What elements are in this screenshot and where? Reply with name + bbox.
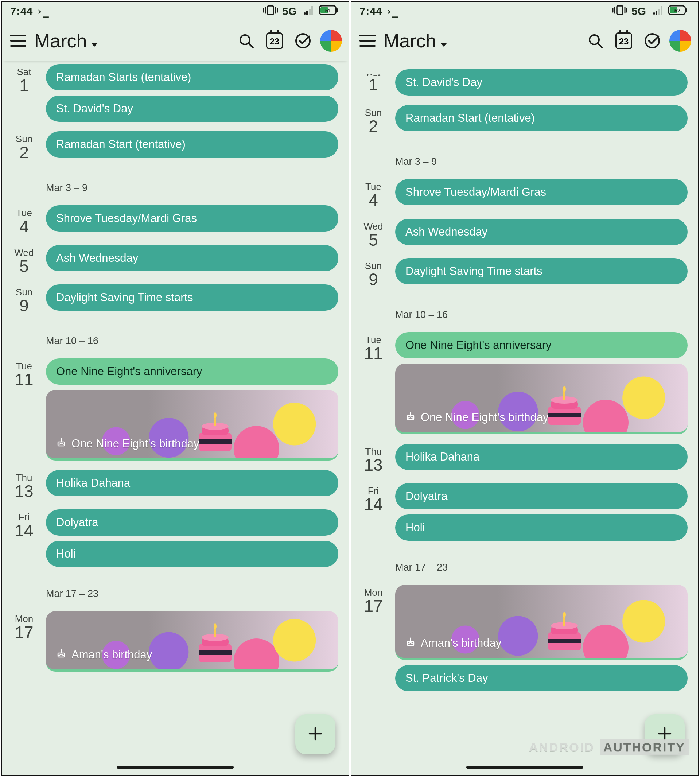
event-chip[interactable]: Ramadan Start (tentative) xyxy=(46,131,338,157)
search-icon[interactable] xyxy=(232,33,260,49)
app-bar: March 23 xyxy=(352,20,698,61)
status-bar: 7:44 ›_ 5G 52 xyxy=(352,2,698,20)
event-chip[interactable]: St. David's Day xyxy=(395,69,688,95)
event-chip[interactable]: Dolyatra xyxy=(395,483,688,509)
day-label[interactable]: Mon17 xyxy=(352,585,395,677)
event-chip[interactable]: One Nine Eight's birthday xyxy=(46,390,338,460)
day-row: Sun9Daylight Saving Time starts xyxy=(2,284,348,314)
event-chip[interactable]: Shrove Tuesday/Mardi Gras xyxy=(395,179,688,205)
schedule-list[interactable]: Sat1St. David's DaySun2Ramadan Start (te… xyxy=(352,61,698,677)
day-label[interactable]: Sun9 xyxy=(2,284,46,314)
cake-icon xyxy=(56,648,67,662)
schedule-list[interactable]: Sat1Ramadan Starts (tentative)St. David'… xyxy=(2,61,348,672)
cake-icon xyxy=(56,437,67,450)
cake-icon xyxy=(405,411,416,424)
search-icon[interactable] xyxy=(581,33,610,49)
day-label[interactable]: Sun2 xyxy=(2,131,46,161)
svg-rect-40 xyxy=(617,6,623,15)
status-network: 5G xyxy=(282,5,297,17)
event-chip[interactable]: Ash Wednesday xyxy=(46,245,338,271)
day-label[interactable]: Sat1 xyxy=(352,69,395,95)
day-row: Tue11One Nine Eight's anniversaryOne Nin… xyxy=(352,332,698,434)
event-chip[interactable]: One Nine Eight's anniversary xyxy=(395,332,688,358)
svg-rect-30 xyxy=(199,650,232,655)
event-chip[interactable]: Holika Dahana xyxy=(395,444,688,470)
phone-screenshot: 7:44 ›_ 5G 51 March 23 Sat1Ramadan Start… xyxy=(2,2,349,775)
today-button[interactable]: 23 xyxy=(260,32,289,49)
week-header: Mar 10 – 16 xyxy=(46,327,338,349)
svg-point-8 xyxy=(304,12,306,15)
day-label[interactable]: Thu13 xyxy=(2,470,46,500)
day-label[interactable]: Sat1 xyxy=(2,64,46,122)
day-row: Sun2Ramadan Start (tentative) xyxy=(352,105,698,135)
svg-point-57 xyxy=(590,35,599,45)
event-chip[interactable]: Ramadan Start (tentative) xyxy=(395,105,688,131)
event-chip[interactable]: Aman's birthday xyxy=(46,611,338,672)
day-label[interactable]: Tue4 xyxy=(352,179,395,209)
day-label[interactable]: Fri14 xyxy=(352,483,395,541)
event-chip[interactable]: Aman's birthday xyxy=(395,585,688,660)
svg-point-17 xyxy=(240,35,250,45)
account-avatar[interactable] xyxy=(669,30,691,52)
svg-point-65 xyxy=(563,386,566,392)
event-chip[interactable]: Ramadan Starts (tentative) xyxy=(46,64,338,90)
phone-screenshot: 7:44 ›_ 5G 52 March 23 Sat1St. David's D… xyxy=(351,2,698,775)
event-chip[interactable]: Holi xyxy=(395,515,688,541)
day-label[interactable]: Thu13 xyxy=(352,444,395,474)
day-label[interactable]: Tue11 xyxy=(2,358,46,460)
svg-point-37 xyxy=(60,649,62,650)
tasks-icon[interactable] xyxy=(289,32,317,50)
create-event-fab[interactable] xyxy=(295,714,335,754)
month-dropdown[interactable]: March xyxy=(383,30,448,52)
month-dropdown[interactable]: March xyxy=(34,30,98,52)
svg-rect-50 xyxy=(686,8,687,12)
day-label[interactable]: Sun2 xyxy=(352,105,395,135)
event-chip[interactable]: Shrove Tuesday/Mardi Gras xyxy=(46,205,338,232)
svg-rect-21 xyxy=(199,439,232,444)
day-row: Tue11One Nine Eight's anniversaryOne Nin… xyxy=(2,358,348,460)
day-label[interactable]: Wed5 xyxy=(352,219,395,248)
svg-rect-0 xyxy=(268,6,273,15)
vibrate-icon xyxy=(263,4,278,18)
app-bar: March 23 xyxy=(2,20,348,61)
vibrate-icon xyxy=(612,4,627,18)
menu-icon[interactable] xyxy=(358,35,377,47)
day-label[interactable]: Tue11 xyxy=(352,332,395,434)
event-chip[interactable]: Daylight Saving Time starts xyxy=(395,258,688,284)
week-header: Mar 3 – 9 xyxy=(46,174,338,196)
tasks-icon[interactable] xyxy=(638,32,667,50)
day-row: Mon17Aman's birthday xyxy=(2,611,348,672)
day-label[interactable]: Sun9 xyxy=(352,258,395,288)
event-chip[interactable]: Ash Wednesday xyxy=(395,219,688,245)
svg-rect-7 xyxy=(312,6,313,15)
event-chip[interactable]: One Nine Eight's birthday xyxy=(395,363,688,434)
month-title: March xyxy=(383,30,436,52)
nav-handle[interactable] xyxy=(466,766,583,769)
week-header: Mar 17 – 23 xyxy=(395,554,688,575)
week-header: Mar 17 – 23 xyxy=(46,580,338,602)
day-label[interactable]: Mon17 xyxy=(2,611,46,672)
day-label[interactable]: Tue4 xyxy=(2,205,46,235)
cake-icon xyxy=(405,637,416,650)
event-chip[interactable]: St. Patrick's Day xyxy=(395,665,688,691)
svg-text:52: 52 xyxy=(675,7,681,13)
svg-marker-56 xyxy=(440,43,447,47)
svg-rect-46 xyxy=(658,9,660,15)
account-avatar[interactable] xyxy=(320,30,342,52)
event-chip[interactable]: Holi xyxy=(46,541,338,567)
month-title: March xyxy=(34,30,87,52)
status-bar: 7:44 ›_ 5G 51 xyxy=(2,2,348,20)
menu-icon[interactable] xyxy=(9,35,28,47)
day-row: Sat1Ramadan Starts (tentative)St. David'… xyxy=(2,64,348,122)
event-chip[interactable]: Holika Dahana xyxy=(46,470,338,496)
nav-handle[interactable] xyxy=(117,766,234,769)
today-button[interactable]: 23 xyxy=(610,32,638,49)
day-label[interactable]: Wed5 xyxy=(2,245,46,275)
event-chip[interactable]: St. David's Day xyxy=(46,95,338,122)
event-chip[interactable]: Daylight Saving Time starts xyxy=(46,284,338,311)
event-chip[interactable]: One Nine Eight's anniversary xyxy=(46,358,338,385)
day-label[interactable]: Fri14 xyxy=(2,509,46,567)
day-row: Sun2Ramadan Start (tentative) xyxy=(2,131,348,161)
svg-rect-61 xyxy=(548,413,581,417)
event-chip[interactable]: Dolyatra xyxy=(46,509,338,535)
